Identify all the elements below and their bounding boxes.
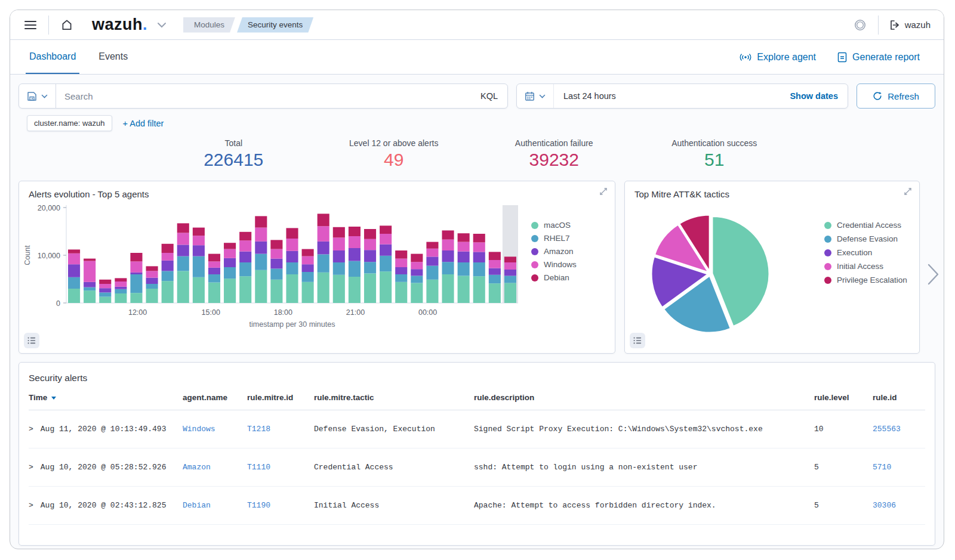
expand-row-icon[interactable]: > bbox=[29, 501, 33, 510]
calendar-menu-button[interactable] bbox=[517, 84, 554, 108]
legend-label: Privilege Escalation bbox=[837, 276, 907, 284]
date-picker: Last 24 hours Show dates bbox=[516, 83, 848, 109]
table-row[interactable]: >Aug 10, 2020 @ 05:28:52.926AmazonT1110C… bbox=[29, 448, 925, 487]
svg-text:18:00: 18:00 bbox=[274, 308, 292, 317]
add-filter-button[interactable]: + Add filter bbox=[123, 119, 164, 128]
alert-time-cell: >Aug 11, 2020 @ 10:13:49.493 bbox=[29, 410, 183, 448]
rule-id-link[interactable]: 255563 bbox=[873, 410, 925, 448]
panel-title: Alerts evolution - Top 5 agents bbox=[19, 181, 615, 200]
legend-item[interactable]: Privilege Escalation bbox=[824, 276, 907, 284]
legend-label: RHEL7 bbox=[544, 234, 570, 243]
home-button[interactable] bbox=[56, 14, 78, 36]
rule-level-cell: 5 bbox=[814, 487, 873, 525]
stat-value: 51 bbox=[634, 150, 795, 170]
expand-panel-button[interactable] bbox=[599, 187, 608, 196]
search-input[interactable] bbox=[56, 91, 471, 101]
legend-label: Amazon bbox=[544, 247, 574, 256]
legend-item[interactable]: Credential Access bbox=[824, 221, 907, 230]
stat-label: Level 12 or above alerts bbox=[314, 138, 475, 148]
svg-text:15:00: 15:00 bbox=[202, 308, 220, 317]
column-header-time[interactable]: Time bbox=[29, 388, 183, 410]
logout-button[interactable]: wazuh bbox=[886, 20, 934, 30]
top-navbar: wazuh. Modules Security events wazuh bbox=[10, 10, 944, 40]
menu-button[interactable] bbox=[20, 14, 41, 36]
time-range-value[interactable]: Last 24 hours bbox=[554, 91, 780, 101]
legend-toggle-button[interactable] bbox=[630, 333, 645, 348]
legend-swatch bbox=[531, 274, 538, 281]
legend-label: Credential Access bbox=[837, 221, 901, 230]
wazuh-logo[interactable]: wazuh. bbox=[92, 16, 147, 34]
legend-item[interactable]: Amazon bbox=[531, 247, 577, 256]
expand-row-icon[interactable]: > bbox=[29, 425, 33, 434]
column-header-rule-mitre-tactic: rule.mitre.tactic bbox=[314, 388, 474, 410]
svg-text:Count: Count bbox=[23, 245, 32, 265]
agent-name-link[interactable]: Debian bbox=[183, 487, 247, 525]
health-status-button[interactable] bbox=[849, 14, 871, 36]
filter-pill-cluster-name[interactable]: cluster.name: wazuh bbox=[27, 115, 112, 131]
tab-dashboard[interactable]: Dashboard bbox=[26, 40, 79, 74]
breadcrumb: Modules Security events bbox=[183, 17, 313, 33]
expand-row-icon[interactable]: > bbox=[29, 463, 33, 472]
username-label: wazuh bbox=[905, 20, 931, 30]
svg-text:00:00: 00:00 bbox=[418, 308, 437, 317]
chevron-down-icon[interactable] bbox=[157, 22, 167, 28]
refresh-button[interactable]: Refresh bbox=[857, 83, 935, 109]
agent-name-link[interactable]: Amazon bbox=[183, 448, 247, 487]
security-alerts-table: Time agent.name rule.mitre.id rule.mitre… bbox=[29, 388, 925, 525]
rule-level-cell: 10 bbox=[814, 410, 873, 448]
stat-label: Authentication failure bbox=[474, 138, 634, 148]
show-dates-button[interactable]: Show dates bbox=[780, 91, 848, 101]
mitre-id-link[interactable]: T1190 bbox=[247, 487, 314, 525]
breadcrumb-modules[interactable]: Modules bbox=[183, 17, 235, 33]
legend-toggle-button[interactable] bbox=[24, 333, 39, 348]
table-row[interactable]: >Aug 11, 2020 @ 10:13:49.493WindowsT1218… bbox=[29, 410, 925, 448]
mitre-tactic-cell: Defense Evasion, Execution bbox=[314, 410, 474, 448]
mitre-id-link[interactable]: T1218 bbox=[247, 410, 314, 448]
chevron-down-icon bbox=[539, 94, 546, 98]
legend-swatch bbox=[824, 222, 831, 229]
legend-item[interactable]: Execution bbox=[824, 248, 907, 257]
legend-item[interactable]: Windows bbox=[531, 260, 577, 269]
saved-query-menu-button[interactable] bbox=[19, 84, 56, 108]
mitre-id-link[interactable]: T1110 bbox=[247, 448, 314, 487]
app-window: wazuh. Modules Security events wazuh Das… bbox=[10, 10, 944, 549]
kql-toggle[interactable]: KQL bbox=[471, 91, 507, 101]
legend-label: Initial Access bbox=[837, 262, 883, 271]
pie-chart-area: Credential AccessDefense EvasionExecutio… bbox=[625, 200, 919, 335]
legend-item[interactable]: Debian bbox=[531, 273, 577, 282]
list-icon bbox=[633, 336, 642, 345]
stats-row: Total 226415 Level 12 or above alerts 49… bbox=[153, 138, 794, 170]
logout-icon bbox=[889, 20, 900, 30]
logo-text: wazuh bbox=[92, 16, 143, 34]
legend-swatch bbox=[824, 249, 831, 256]
expand-icon bbox=[904, 187, 912, 196]
tab-events[interactable]: Events bbox=[95, 40, 131, 74]
table-row[interactable]: >Aug 10, 2020 @ 02:43:12.825DebianT1190I… bbox=[29, 487, 925, 525]
legend-item[interactable]: macOS bbox=[531, 221, 577, 230]
legend-item[interactable]: Initial Access bbox=[824, 262, 907, 271]
mitre-tactics-pie-chart[interactable] bbox=[649, 212, 772, 335]
agent-name-link[interactable]: Windows bbox=[183, 410, 247, 448]
report-document-icon bbox=[837, 52, 847, 63]
rule-level-cell: 5 bbox=[814, 448, 873, 487]
explore-agent-button[interactable]: Explore agent bbox=[740, 52, 816, 63]
generate-report-button[interactable]: Generate report bbox=[837, 52, 920, 63]
legend-label: Windows bbox=[544, 260, 577, 269]
column-header-rule-description: rule.description bbox=[474, 388, 814, 410]
legend-item[interactable]: Defense Evasion bbox=[824, 234, 907, 243]
alert-time-cell: >Aug 10, 2020 @ 05:28:52.926 bbox=[29, 448, 183, 487]
divider bbox=[48, 16, 49, 35]
description-cell: Apache: Attempt to access forbidden dire… bbox=[474, 487, 814, 525]
search-box: KQL bbox=[19, 83, 508, 109]
next-visualizations-button[interactable] bbox=[927, 263, 940, 286]
mitre-tactic-cell: Credential Access bbox=[314, 448, 474, 487]
rule-id-link[interactable]: 5710 bbox=[873, 448, 925, 487]
alerts-evolution-bar-chart[interactable]: 010,00020,00012:0015:0018:0021:0000:00ti… bbox=[21, 204, 523, 332]
legend-label: Defense Evasion bbox=[837, 234, 898, 243]
visualizations-row: Alerts evolution - Top 5 agents 010,0002… bbox=[10, 175, 944, 354]
stat-value: 226415 bbox=[153, 150, 314, 170]
legend-item[interactable]: RHEL7 bbox=[531, 234, 577, 243]
expand-panel-button[interactable] bbox=[904, 187, 912, 196]
logo-dot: . bbox=[143, 16, 147, 34]
rule-id-link[interactable]: 30306 bbox=[873, 487, 925, 525]
